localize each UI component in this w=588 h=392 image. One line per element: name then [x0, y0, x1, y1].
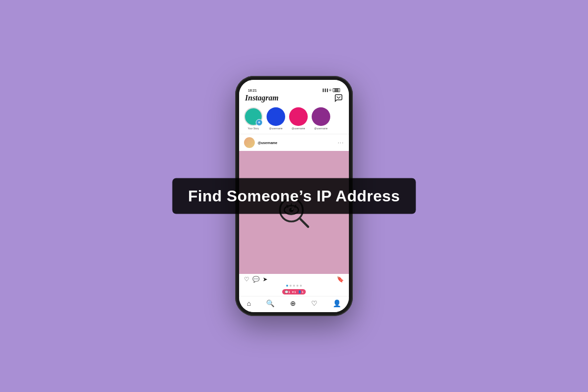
battery-icon: ▓▓ — [333, 88, 340, 92]
dot-2 — [290, 285, 292, 287]
dot-1 — [286, 285, 288, 287]
dot-4 — [296, 285, 298, 287]
your-story-label: Your Story — [247, 127, 259, 130]
scene: 18:21 ▐▐▐ ⊜ ▓▓ Instagram — [235, 76, 353, 316]
wifi-icon: ⊜ — [329, 88, 332, 92]
status-time: 18:21 — [248, 89, 257, 92]
your-story-circle[interactable] — [244, 107, 263, 126]
search-nav-icon[interactable]: 🔍 — [266, 299, 274, 307]
story-your[interactable]: Your Story — [244, 107, 263, 130]
messenger-icon[interactable] — [334, 94, 343, 102]
title-text: Find Someone’s IP Address — [188, 187, 400, 205]
profile-nav-icon[interactable]: 👤 — [333, 299, 341, 307]
notif-comment: 💬 1 — [285, 290, 290, 294]
bottom-nav: ⌂ 🔍 ⊕ ♡ 👤 — [239, 296, 349, 312]
heart-nav-icon[interactable]: ♡ — [311, 299, 318, 307]
ig-header: Instagram — [239, 94, 349, 105]
svg-line-0 — [301, 219, 308, 226]
add-nav-icon[interactable]: ⊕ — [290, 299, 296, 307]
post-header: @username ··· — [239, 134, 349, 151]
instagram-logo: Instagram — [245, 94, 278, 102]
comment-count: 1 — [289, 291, 290, 294]
dot-3 — [293, 285, 295, 287]
stories-row: Your Story @username @username @username — [239, 105, 349, 134]
post-actions: ♡ 💬 ➤ 🔖 — [239, 274, 349, 284]
story-2[interactable]: @username — [289, 107, 308, 130]
like-icon[interactable]: ♡ — [244, 276, 249, 283]
story-circle-1[interactable] — [267, 107, 285, 126]
heart-notif-icon: ♥ — [292, 291, 294, 294]
story-circle-3[interactable] — [312, 107, 330, 126]
like-count: 1 — [294, 291, 296, 294]
post-username: @username — [258, 141, 338, 145]
post-dots — [239, 284, 349, 288]
follow-count: 1 — [302, 291, 303, 294]
comment-notif-icon: 💬 — [285, 290, 288, 294]
story-1[interactable]: @username — [267, 107, 285, 130]
bookmark-icon[interactable]: 🔖 — [337, 276, 344, 283]
story-label-3: @username — [314, 127, 327, 130]
signal-icon: ▐▐▐ — [321, 89, 328, 92]
person-notif-icon: 👤 — [298, 290, 301, 294]
post-more-icon[interactable]: ··· — [338, 139, 344, 146]
notification-area: 💬 1 ♥ 1 👤 1 — [239, 288, 349, 296]
comment-icon[interactable]: 💬 — [252, 276, 260, 283]
share-icon[interactable]: ➤ — [263, 276, 268, 283]
instagram-top: 18:21 ▐▐▐ ⊜ ▓▓ Instagram — [239, 80, 349, 134]
home-nav-icon[interactable]: ⌂ — [247, 299, 251, 307]
post-avatar — [244, 137, 255, 148]
story-label-2: @username — [292, 127, 305, 130]
notif-like: ♥ 1 — [292, 291, 296, 294]
story-label-1: @username — [269, 127, 282, 130]
dot-5 — [300, 285, 302, 287]
status-bar: 18:21 ▐▐▐ ⊜ ▓▓ — [248, 87, 340, 94]
story-3[interactable]: @username — [312, 107, 330, 130]
title-overlay: Find Someone’s IP Address — [172, 178, 416, 214]
notification-badge: 💬 1 ♥ 1 👤 1 — [282, 289, 306, 294]
notif-follow: 👤 1 — [298, 290, 303, 294]
story-circle-2[interactable] — [289, 107, 308, 126]
status-icons: ▐▐▐ ⊜ ▓▓ — [321, 88, 340, 92]
